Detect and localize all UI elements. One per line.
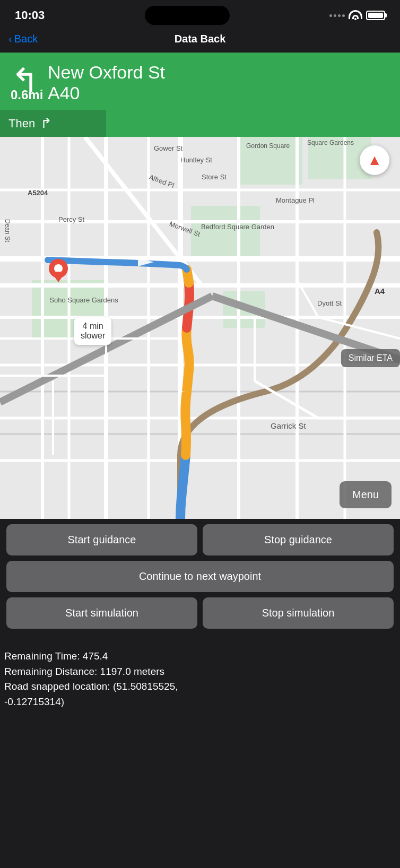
svg-point-38: [54, 264, 63, 273]
callout-eta: Similar ETA: [341, 349, 400, 367]
map-label-gower: Gower St: [154, 144, 182, 152]
info-section: Remaining Time: 475.4 Remaining Distance…: [0, 643, 400, 714]
compass[interactable]: ▲: [360, 145, 389, 175]
stop-simulation-button[interactable]: Stop simulation: [203, 597, 394, 629]
compass-arrow-icon: ▲: [367, 152, 382, 169]
back-label[interactable]: Back: [14, 33, 38, 45]
map-label-dyott: Dyott St: [317, 299, 342, 307]
map-label-percy: Percy St: [58, 215, 84, 223]
start-guidance-button[interactable]: Start guidance: [6, 524, 197, 555]
map-label-squareg: Square Gardens: [307, 139, 354, 146]
road-snapped-location-1: Road snapped location: (51.50815525,: [4, 679, 396, 695]
wifi-icon: [349, 11, 362, 20]
start-simulation-button[interactable]: Start simulation: [6, 597, 197, 629]
map-label-huntley: Huntley St: [180, 156, 212, 164]
back-chevron-icon: ‹: [8, 33, 12, 45]
remaining-time: Remaining Time: 475.4: [4, 649, 396, 664]
status-bar: 10:03: [0, 0, 400, 29]
distance-label: 0.6mi: [11, 88, 43, 102]
nav-bar: ‹ Back Data Back: [0, 29, 400, 53]
then-panel: Then ↱: [0, 110, 106, 137]
map-container[interactable]: Gower St Huntley St Alfred Pl Store St G…: [0, 137, 400, 519]
map-label-soho: Soho Square Gardens: [47, 296, 121, 304]
back-button[interactable]: ‹ Back: [8, 33, 38, 45]
map-label-garrick: Garrick St: [271, 421, 306, 430]
menu-button[interactable]: Menu: [340, 481, 392, 508]
status-icons: [329, 11, 385, 20]
direction-banner: ↱ New Oxford St A40 0.6mi Then ↱: [0, 53, 400, 137]
map-svg: [0, 137, 400, 519]
signal-icon: [329, 14, 345, 17]
road-snapped-location-2: -0.12715314): [4, 695, 396, 710]
map-label-a5204: A5204: [28, 189, 48, 197]
callout-slower: 4 minslower: [74, 317, 111, 345]
map-label-gordon: Gordon Square: [246, 142, 289, 150]
direction-info: New Oxford St A40: [48, 62, 389, 103]
map-label-dearest: Dean St: [4, 219, 11, 242]
remaining-distance: Remaining Distance: 1197.0 meters: [4, 664, 396, 680]
notch: [145, 6, 230, 25]
map-label-montague: Montague Pl: [276, 196, 315, 204]
map-label-store: Store St: [202, 173, 227, 181]
continue-waypoint-button[interactable]: Continue to next waypoint: [6, 561, 394, 592]
status-time: 10:03: [15, 8, 45, 22]
battery-icon: [366, 11, 385, 20]
guidance-button-row: Start guidance Stop guidance: [6, 524, 394, 555]
stop-guidance-button[interactable]: Stop guidance: [203, 524, 394, 555]
then-label: Then: [8, 117, 35, 131]
svg-rect-3: [191, 206, 260, 259]
bottom-panel: Start guidance Stop guidance Continue to…: [0, 519, 400, 643]
then-arrow-icon: ↱: [40, 115, 52, 132]
map-label-a4: A4: [375, 287, 385, 296]
road-code: A40: [48, 83, 389, 103]
nav-title: Data Back: [175, 33, 226, 45]
street-name: New Oxford St: [48, 62, 389, 83]
map-label-bedford: Bedford Square Garden: [201, 223, 275, 231]
simulation-button-row: Start simulation Stop simulation: [6, 597, 394, 629]
